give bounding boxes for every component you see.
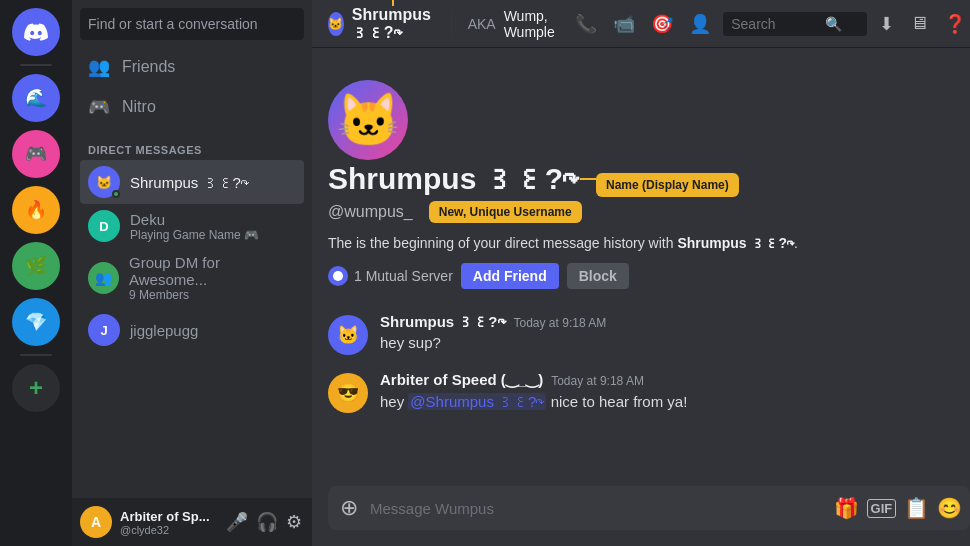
server-icon-s3[interactable]: 🔥 [12,186,60,234]
user-avatar: A [80,506,112,538]
message-input-area: ⊕ 🎁 GIF 📋 😊 [312,486,970,546]
header-icons: 📞 📹 🎯 👤 🔍 ⬇ 🖥 ❓ [571,9,970,39]
channel-name: Shrumpus ꒱꒰?↷ [352,6,431,41]
deafen-button[interactable]: 🎧 [254,509,280,535]
dm-item-deku[interactable]: D Deku Playing Game Name 🎮 [80,204,304,248]
profile-name-row: Shrumpus ꒱꒰?↷ Name (Display Name) [328,160,739,197]
friends-label: Friends [122,58,175,76]
dm-sidebar: Find or start a conversation 👥 Friends 🎮… [72,0,312,546]
inbox-button[interactable]: 🖥 [906,9,932,38]
download-button[interactable]: ⬇ [875,9,898,39]
message-time-2: Today at 9:18 AM [551,374,644,388]
mutual-servers: 1 Mutual Server [328,266,453,286]
message-content-1: Shrumpus ꒱꒰?↷ Today at 9:18 AM hey sup? [380,313,970,355]
main-area: 🐱 Shrumpus ꒱꒰?↷ Name (Display Name) AKA … [312,0,970,546]
status-dot-shrumpus [112,190,120,198]
channel-aka-label: AKA [468,16,496,32]
message-text-2: hey @Shrumpus ꒱꒰?↷ nice to hear from ya! [380,391,970,412]
user-name: Arbiter of Sp... [120,509,216,524]
emoji-button[interactable]: 😊 [937,496,962,520]
message-time-1: Today at 9:18 AM [514,316,607,330]
server-icon-s1[interactable]: 🌊 [12,74,60,122]
add-friend-button[interactable]: Add Friend [461,263,559,289]
message-text-prefix: hey [380,393,408,410]
mutual-servers-label: 1 Mutual Server [354,268,453,284]
block-button[interactable]: Block [567,263,629,289]
dm-avatar-deku: D [88,210,120,242]
video-button[interactable]: 📹 [609,9,639,39]
profile-section: 🐱 Shrumpus ꒱꒰?↷ Name (Display Name) @wum… [328,64,970,289]
search-box[interactable]: 🔍 [723,12,867,36]
server-icon-add[interactable]: + [12,364,60,412]
dm-avatar-group: 👥 [88,262,119,294]
nitro-label: Nitro [122,98,156,116]
chat-area: 🐱 Shrumpus ꒱꒰?↷ Name (Display Name) @wum… [312,48,970,486]
dm-avatar-shrumpus: 🐱 [88,166,120,198]
find-conversation-text: Find or start a conversation [88,16,258,32]
add-friend-header-button[interactable]: 👤 [685,9,715,39]
svg-point-0 [333,271,343,281]
friends-icon: 👥 [88,56,110,78]
message-avatar-shrumpus: 🐱 [328,315,368,355]
dm-item-shrumpus[interactable]: 🐱 Shrumpus ꒱꒰?↷ [80,160,304,204]
sidebar-item-nitro[interactable]: 🎮 Nitro [80,88,304,126]
settings-button[interactable]: ⚙ [284,509,304,535]
server-divider-2 [20,354,52,356]
dm-subname-group: 9 Members [129,288,296,302]
sidebar-nav: 👥 Friends 🎮 Nitro DIRECT MESSAGES 🐱 Shru… [72,48,312,498]
channel-avatar: 🐱 [328,12,344,36]
message-header-2: Arbiter of Speed (‿_‿) Today at 9:18 AM [380,371,970,389]
dm-name-deku: Deku [130,211,259,228]
message-content-2: Arbiter of Speed (‿_‿) Today at 9:18 AM … [380,371,970,413]
dm-subname-deku: Playing Game Name 🎮 [130,228,259,242]
message-text-suffix: nice to hear from ya! [551,393,688,410]
search-icon: 🔍 [825,16,842,32]
profile-annotation-username: New, Unique Username [439,205,572,219]
profile-actions: 1 Mutual Server Add Friend Block [328,263,629,289]
header-divider [451,12,452,36]
server-sidebar: 🌊 🎮 🔥 🌿 💎 + [0,0,72,546]
profile-username: @wumpus_ [328,203,413,221]
sticker-button[interactable]: 📋 [904,496,929,520]
profile-username-row: @wumpus_ New, Unique Username [328,201,582,223]
dm-avatar-jigglepugg: J [88,314,120,346]
server-icon-s4[interactable]: 🌿 [12,242,60,290]
profile-description: The is the beginning of your direct mess… [328,235,798,251]
gif-button[interactable]: GIF [867,499,897,518]
user-panel: A Arbiter of Sp... @clyde32 🎤 🎧 ⚙ [72,498,312,546]
search-input[interactable] [731,16,821,32]
profile-display-name: Shrumpus ꒱꒰?↷ [328,162,578,196]
channel-alias: Wump, Wumple [504,8,556,40]
profile-annotation-display-name: Name (Display Name) [606,178,729,192]
sidebar-item-friends[interactable]: 👥 Friends [80,48,304,86]
add-attachment-button[interactable]: ⊕ [336,491,362,525]
dm-item-group[interactable]: 👥 Group DM for Awesome... 9 Members [80,248,304,308]
profile-desc-name: Shrumpus ꒱꒰?↷ [677,235,794,251]
help-button[interactable]: ❓ [940,9,970,39]
message-author-2: Arbiter of Speed (‿_‿) [380,371,543,389]
chat-messages: 🐱 Shrumpus ꒱꒰?↷ Today at 9:18 AM hey sup… [328,313,970,429]
profile-avatar-large: 🐱 [328,80,408,160]
dm-section-header: DIRECT MESSAGES [80,128,304,160]
message-text-1: hey sup? [380,332,970,353]
nitro-icon: 🎮 [88,96,110,118]
channel-header: 🐱 Shrumpus ꒱꒰?↷ Name (Display Name) AKA … [312,0,970,48]
dm-name-group: Group DM for Awesome... [129,254,296,288]
message-mention[interactable]: @Shrumpus ꒱꒰?↷ [408,393,546,410]
call-button[interactable]: 📞 [571,9,601,39]
activity-button[interactable]: 🎯 [647,9,677,39]
server-icon-s2[interactable]: 🎮 [12,130,60,178]
dm-name-jigglepugg: jigglepugg [130,322,198,339]
dm-name-shrumpus: Shrumpus ꒱꒰?↷ [130,174,249,191]
mute-button[interactable]: 🎤 [224,509,250,535]
message-group-1: 🐱 Shrumpus ꒱꒰?↷ Today at 9:18 AM hey sup… [328,313,970,355]
dm-item-jigglepugg[interactable]: J jigglepugg [80,308,304,352]
server-icon-home[interactable] [12,8,60,56]
gift-icon-button[interactable]: 🎁 [834,496,859,520]
input-icons: 🎁 GIF 📋 😊 [834,496,963,520]
find-conversation-bar[interactable]: Find or start a conversation [80,8,304,40]
message-input-box: ⊕ 🎁 GIF 📋 😊 [328,486,970,530]
server-icon-s5[interactable]: 💎 [12,298,60,346]
message-header-1: Shrumpus ꒱꒰?↷ Today at 9:18 AM [380,313,970,330]
message-input[interactable] [370,500,826,517]
